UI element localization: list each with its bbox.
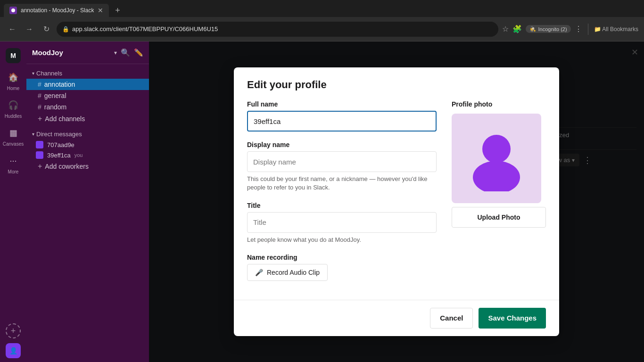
add-coworkers-label: Add coworkers [45,163,89,170]
tab-close-button[interactable]: ✕ [98,7,103,14]
channels-section: ▾ Channels # annotation # general # rand… [26,68,149,125]
nav-huddles[interactable]: 🎧 Huddles [0,95,26,122]
channels-arrow-icon: ▾ [32,71,34,76]
workspace-chevron-icon: ▾ [114,49,117,56]
mic-icon: 🎤 [255,269,263,276]
full-name-label: Full name [247,100,437,108]
huddles-icon: 🎧 [6,98,21,113]
display-name-input[interactable] [247,151,437,172]
browser-chrome: annotation - MoodJoy - Slack ✕ + ← → ↻ 🔒… [0,0,644,41]
add-channel-icon: + [38,115,42,123]
dm-avatar [36,151,43,159]
dm-header[interactable]: ▾ Direct messages [26,129,149,140]
channel-general[interactable]: # general [26,90,149,101]
profile-photo-container [452,114,541,203]
sidebar-search-icon[interactable]: 🔍 [121,48,130,57]
workspace-header: MoodJoy ▾ 🔍 ✏️ [26,41,149,64]
add-coworkers-item[interactable]: + Add coworkers [26,160,149,173]
dialog-body: Full name Display name This could be you… [234,91,559,300]
add-channels-item[interactable]: + Add channels [26,113,149,125]
svg-point-3 [473,161,520,191]
save-changes-button[interactable]: Save Changes [479,308,546,329]
workspace-icon-item[interactable]: M [0,45,26,66]
add-channels-label: Add channels [45,115,85,123]
browser-tab[interactable]: annotation - MoodJoy - Slack ✕ [4,4,109,17]
title-group: Title Let people know what you do at Moo… [247,202,437,244]
canvases-icon: ▦ [6,125,21,140]
dialog-left-column: Full name Display name This could be you… [247,100,437,290]
display-name-group: Display name This could be your first na… [247,141,437,192]
add-coworkers-icon: + [38,162,42,171]
address-bar[interactable]: 🔒 app.slack.com/client/T067MEBPPUY/C066H… [57,22,498,37]
channel-annotation[interactable]: # annotation [26,79,149,90]
back-button[interactable]: ← [6,23,19,36]
sidebar-panel: MoodJoy ▾ 🔍 ✏️ ▾ Channels # annotation [26,41,149,362]
dm-arrow-icon: ▾ [32,132,34,137]
dialog-title: Edit your profile [247,79,546,91]
channels-label: Channels [36,70,62,77]
channel-name: random [44,103,66,111]
full-name-input[interactable] [247,111,437,132]
dm-name: 39eff1ca [47,152,71,159]
workspace-avatar: M [6,48,21,63]
title-hint: Let people know what you do at MoodJoy. [247,236,437,244]
dialog-right-column: Profile photo Upload Photo [452,100,546,290]
more-icon: ··· [6,153,21,168]
tab-title: annotation - MoodJoy - Slack [21,7,94,14]
sidebar-content: ▾ Channels # annotation # general # rand… [26,64,149,362]
dm-section: ▾ Direct messages 707aad9e 39eff1ca you … [26,129,149,173]
tab-favicon [9,7,17,14]
home-label: Home [7,86,20,91]
record-audio-button[interactable]: 🎤 Record Audio Clip [247,264,328,281]
nav-canvases[interactable]: ▦ Canvases [0,123,26,149]
channel-name: annotation [44,81,75,88]
title-input[interactable] [247,212,437,233]
cancel-button[interactable]: Cancel [430,308,473,329]
forward-button[interactable]: → [23,23,36,36]
browser-menu-icon[interactable]: ⋮ [575,25,582,33]
huddles-label: Huddles [5,114,22,119]
profile-photo-label: Profile photo [452,100,546,108]
dm-39eff1ca[interactable]: 39eff1ca you [26,150,149,160]
channels-header[interactable]: ▾ Channels [26,68,149,79]
home-icon: 🏠 [6,70,21,85]
dm-name: 707aad9e [47,141,74,148]
display-name-hint: This could be your first name, or a nick… [247,175,437,192]
url-display: app.slack.com/client/T067MEBPPUY/C066HUM… [72,25,493,33]
record-btn-label: Record Audio Clip [267,269,320,276]
upload-photo-label: Upload Photo [478,214,520,221]
hash-icon: # [38,92,41,99]
more-label: More [8,169,19,174]
channel-random[interactable]: # random [26,101,149,113]
dm-707aad9e[interactable]: 707aad9e [26,140,149,150]
profile-avatar-svg [463,125,529,191]
hash-icon: # [38,81,41,88]
edit-profile-dialog: Edit your profile Full name [234,67,559,336]
full-name-input-wrapper [247,111,437,132]
channel-name: general [44,92,66,99]
name-recording-group: Name recording 🎤 Record Audio Clip [247,254,437,281]
svg-point-2 [482,135,511,163]
upload-photo-button[interactable]: Upload Photo [452,207,546,228]
display-name-label: Display name [247,141,437,148]
refresh-button[interactable]: ↻ [40,23,53,36]
dm-avatar [36,141,43,148]
hash-icon: # [38,103,41,111]
dm-you-badge: you [74,152,83,158]
dm-header-label: Direct messages [36,131,82,138]
workspace-name: MoodJoy [32,49,110,57]
name-recording-label: Name recording [247,254,437,261]
sidebar-edit-icon[interactable]: ✏️ [134,48,143,57]
dialog-header: Edit your profile [234,67,559,91]
main-content: ✕ ff1ca Edit name pronunciation ive, n [149,41,644,362]
title-label: Title [247,202,437,209]
add-workspace-button[interactable]: + [6,323,21,338]
nav-home[interactable]: 🏠 Home [0,67,26,94]
incognito-badge: 🕵️ Incognito (2) [526,25,570,33]
nav-more[interactable]: ··· More [0,150,26,177]
canvases-label: Canvases [3,141,24,147]
extensions-icon[interactable]: 🧩 [512,25,522,33]
bookmark-icon[interactable]: ☆ [502,25,509,33]
new-tab-button[interactable]: + [111,4,124,17]
user-avatar-icon[interactable]: 👤 [6,343,21,358]
